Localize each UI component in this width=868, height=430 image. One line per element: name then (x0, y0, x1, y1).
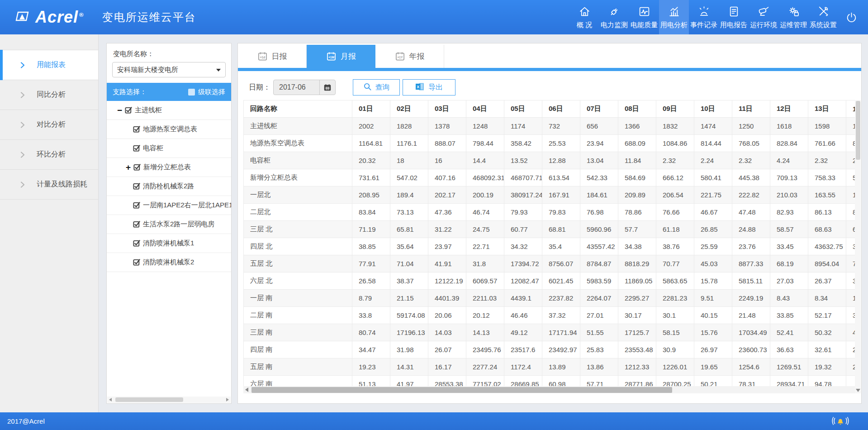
tree-horizontal-scrollbar[interactable] (107, 397, 231, 403)
nav-item-ops-management[interactable]: 运维管理 (778, 0, 808, 34)
checkbox-checked-icon[interactable] (133, 201, 141, 209)
checkbox-checked-icon[interactable] (133, 144, 141, 152)
cell: 25.59 (694, 238, 732, 255)
scroll-left-arrow-icon[interactable] (245, 387, 248, 392)
nav-item-power-monitoring[interactable]: 电力监测 (599, 0, 629, 34)
cell: 2237.82 (542, 290, 580, 307)
calendar-icon: +1d (257, 51, 268, 62)
table-vertical-scrollbar[interactable] (855, 100, 861, 393)
cell: 19.23 (352, 358, 390, 376)
cell: 1164.81 (352, 135, 390, 152)
date-input[interactable]: 2017-06 (273, 80, 336, 95)
query-button[interactable]: 查询 (353, 79, 400, 96)
cell: 2002 (352, 118, 390, 135)
col-header-day: 12日 (770, 100, 808, 118)
nav-item-system-settings[interactable]: 系统设置 (808, 0, 838, 34)
tree-item-6[interactable]: 一层南1APE2右一层北1APE1 (107, 196, 231, 215)
calendar-icon[interactable] (319, 80, 335, 95)
row-name: 电容柜 (244, 152, 352, 169)
cell: 25.53 (542, 135, 580, 152)
sidebar-item-3[interactable]: 对比分析 (0, 110, 98, 140)
tree-item-2[interactable]: 地源热泵空调总表 (107, 120, 231, 139)
table-horizontal-scrollbar[interactable] (243, 386, 857, 393)
sidebar-item-4[interactable]: 环比分析 (0, 140, 98, 170)
cascade-checkbox[interactable] (188, 89, 195, 96)
cell: 45.03 (694, 255, 732, 272)
cell: 26.37 (808, 272, 846, 290)
checkbox-checked-icon[interactable] (133, 239, 141, 247)
expand-icon[interactable]: + (126, 163, 133, 172)
station-name-label: 变电所名称： (113, 50, 225, 58)
checkbox-checked-icon[interactable] (133, 258, 141, 266)
sidebar-item-5[interactable]: 计量及线路损耗 (0, 170, 98, 200)
tools-icon (817, 5, 830, 18)
tree-item-3[interactable]: 电容柜 (107, 139, 231, 158)
cell: 547.02 (390, 169, 428, 186)
cell: 23553.48 (618, 341, 656, 358)
tree-item-8[interactable]: 消防喷淋机械泵1 (107, 234, 231, 253)
cell: 584.69 (618, 169, 656, 186)
export-button[interactable]: X 导出 (403, 79, 455, 96)
table-row: 六层 南51.1341.9728553.3877157.0228669.8560… (244, 376, 857, 387)
cell: 6069.57 (466, 272, 504, 290)
cell: 26.58 (352, 272, 390, 290)
tree-item-1[interactable]: −主进线柜 (107, 101, 231, 120)
cell: 814.44 (694, 135, 732, 152)
nav-item-event-log[interactable]: 事件记录 (689, 0, 719, 34)
tree-item-5[interactable]: 消防栓机械泵2路 (107, 177, 231, 196)
collapse-icon[interactable]: − (117, 106, 125, 115)
scroll-left-arrow-icon[interactable] (109, 398, 112, 401)
cell: 57.7 (618, 221, 656, 238)
nav-item-overview[interactable]: 概 况 (569, 0, 599, 34)
checkbox-checked-icon[interactable] (133, 125, 141, 133)
sidebar-item-1[interactable]: 用能报表 (0, 50, 98, 80)
cell: 41.91 (428, 255, 466, 272)
sidebar-item-2[interactable]: 同比分析 (0, 80, 98, 110)
cell: 12082.47 (504, 272, 542, 290)
scroll-down-arrow-icon[interactable] (856, 389, 860, 392)
tree-item-7[interactable]: 生活水泵2路一层弱电房 (107, 215, 231, 234)
cell: 5983.59 (580, 272, 618, 290)
cell: 35.4 (542, 238, 580, 255)
cell: 221.75 (694, 186, 732, 204)
nav-item-energy-report[interactable]: 用电报告 (719, 0, 749, 34)
checkbox-checked-icon[interactable] (133, 220, 141, 228)
branch-select-bar: 支路选择： 级联选择 (107, 83, 231, 101)
nav-item-environment[interactable]: 运行环境 (749, 0, 778, 34)
chevron-right-icon (20, 182, 25, 188)
scrollbar-thumb[interactable] (856, 101, 860, 160)
cell: 19.32 (808, 358, 846, 376)
checkbox-checked-icon[interactable] (133, 163, 141, 171)
cascade-checkbox-group[interactable]: 级联选择 (188, 88, 225, 96)
row-name: 六层 南 (244, 376, 352, 387)
cell: 20.12 (466, 307, 504, 324)
cell: 40.15 (694, 307, 732, 324)
tree-item-4[interactable]: +新增分立柜总表 (107, 158, 231, 177)
nav-item-power-quality[interactable]: 电能质量 (629, 0, 659, 34)
cell: 4401.39 (428, 290, 466, 307)
checkbox-checked-icon[interactable] (125, 106, 133, 114)
cell: 8877.33 (732, 255, 770, 272)
branch-select-label: 支路选择： (113, 88, 147, 96)
cell: 167.91 (542, 186, 580, 204)
cell: 41.97 (390, 376, 428, 387)
table-row: 二层北83.8473.1347.3646.7479.9379.8376.9878… (244, 204, 857, 221)
scroll-right-arrow-icon[interactable] (226, 398, 229, 401)
notification-bell-icon[interactable] (832, 414, 849, 429)
cell: 6021.45 (542, 272, 580, 290)
cell: 2295.27 (618, 290, 656, 307)
nav-item-energy-analysis[interactable]: 用电分析 (659, 0, 689, 34)
cell: 731.61 (352, 169, 390, 186)
cell: 761.66 (808, 135, 846, 152)
tab-monthly[interactable]: +1M月报 (307, 45, 375, 68)
scrollbar-thumb[interactable] (251, 387, 672, 393)
tab-daily[interactable]: +1d日报 (238, 45, 307, 68)
station-select[interactable]: 安科瑞新大楼变电所 (112, 62, 226, 77)
logout-button[interactable] (838, 0, 864, 34)
tree-item-9[interactable]: 消防喷淋机械泵2 (107, 253, 231, 272)
scrollbar-thumb[interactable] (115, 397, 183, 402)
checkbox-checked-icon[interactable] (133, 182, 141, 190)
sidebar: 用能报表同比分析对比分析环比分析计量及线路损耗 (0, 34, 99, 412)
tab-yearly[interactable]: +1Y年报 (375, 45, 444, 68)
cell: 15.78 (694, 272, 732, 290)
